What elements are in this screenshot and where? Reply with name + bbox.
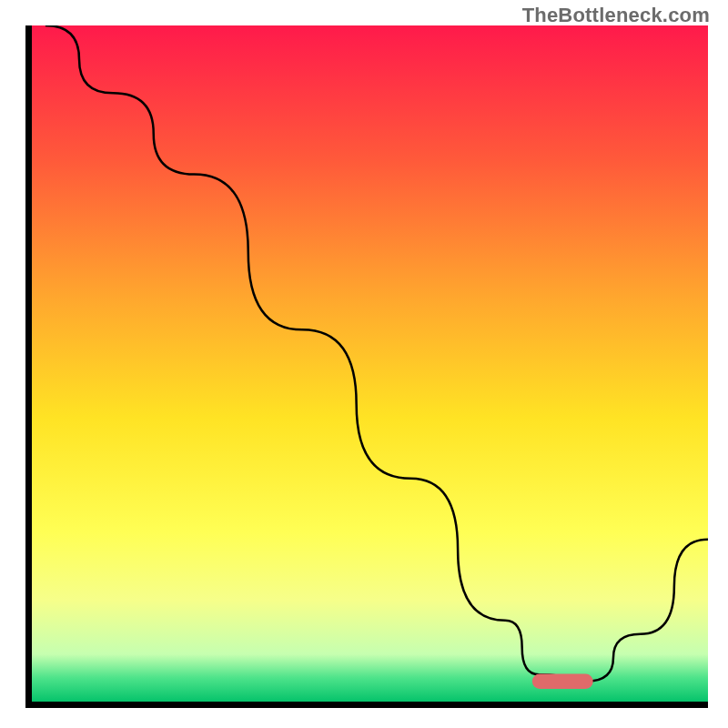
plot-wrapper	[25, 25, 708, 708]
curve-layer	[32, 25, 708, 702]
x-axis	[25, 702, 708, 708]
watermark-text: TheBottleneck.com	[522, 4, 710, 27]
bottleneck-curve	[46, 25, 708, 682]
plot-area	[32, 25, 708, 702]
chart-frame: TheBottleneck.com	[0, 0, 728, 728]
y-axis	[25, 25, 32, 708]
